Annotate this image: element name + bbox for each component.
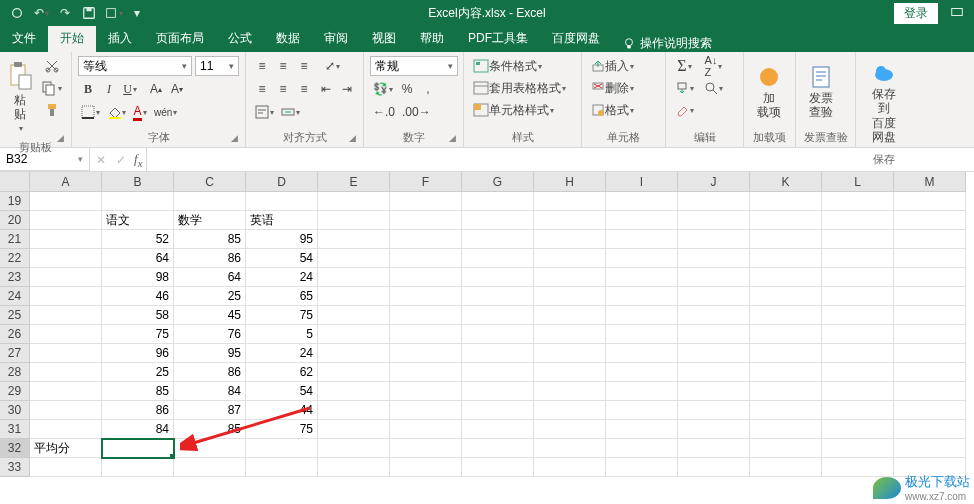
wrap-text-button[interactable]: ▾ <box>252 102 277 122</box>
cell-C27[interactable]: 95 <box>174 344 246 363</box>
italic-button[interactable]: I <box>99 79 119 99</box>
cell-M32[interactable] <box>894 439 966 458</box>
align-bottom-button[interactable]: ≡ <box>294 56 314 76</box>
decrease-indent-button[interactable]: ⇤ <box>316 79 336 99</box>
col-header-M[interactable]: M <box>894 172 966 192</box>
align-center-button[interactable]: ≡ <box>273 79 293 99</box>
row-header-28[interactable]: 28 <box>0 363 30 382</box>
cell-L30[interactable] <box>822 401 894 420</box>
cell-G30[interactable] <box>462 401 534 420</box>
cell-I33[interactable] <box>606 458 678 477</box>
cell-C26[interactable]: 76 <box>174 325 246 344</box>
phonetic-button[interactable]: wén▾ <box>151 102 180 122</box>
cell-L19[interactable] <box>822 192 894 211</box>
cell-J30[interactable] <box>678 401 750 420</box>
formula-input[interactable] <box>147 148 974 171</box>
cell-G32[interactable] <box>462 439 534 458</box>
cell-K21[interactable] <box>750 230 822 249</box>
cell-K25[interactable] <box>750 306 822 325</box>
cell-D31[interactable]: 75 <box>246 420 318 439</box>
cell-L24[interactable] <box>822 287 894 306</box>
cell-K23[interactable] <box>750 268 822 287</box>
cell-H21[interactable] <box>534 230 606 249</box>
cell-G27[interactable] <box>462 344 534 363</box>
row-header-29[interactable]: 29 <box>0 382 30 401</box>
cell-K19[interactable] <box>750 192 822 211</box>
cell-F22[interactable] <box>390 249 462 268</box>
cut-button[interactable] <box>38 56 65 76</box>
cell-K29[interactable] <box>750 382 822 401</box>
cell-D26[interactable]: 5 <box>246 325 318 344</box>
underline-button[interactable]: U▾ <box>120 79 140 99</box>
cell-C31[interactable]: 85 <box>174 420 246 439</box>
cell-B27[interactable]: 96 <box>102 344 174 363</box>
cell-E19[interactable] <box>318 192 390 211</box>
cell-B30[interactable]: 86 <box>102 401 174 420</box>
number-launcher[interactable]: ◢ <box>449 133 461 145</box>
cell-D22[interactable]: 54 <box>246 249 318 268</box>
cell-I27[interactable] <box>606 344 678 363</box>
cell-L31[interactable] <box>822 420 894 439</box>
cell-D23[interactable]: 24 <box>246 268 318 287</box>
tab-baidu[interactable]: 百度网盘 <box>540 25 612 52</box>
cell-L29[interactable] <box>822 382 894 401</box>
cell-K30[interactable] <box>750 401 822 420</box>
col-header-G[interactable]: G <box>462 172 534 192</box>
redo-button[interactable]: ↷ <box>54 2 76 24</box>
cell-C20[interactable]: 数学 <box>174 211 246 230</box>
cell-G21[interactable] <box>462 230 534 249</box>
cell-M23[interactable] <box>894 268 966 287</box>
tell-me-search[interactable]: 操作说明搜索 <box>612 35 722 52</box>
tab-help[interactable]: 帮助 <box>408 25 456 52</box>
cell-A30[interactable] <box>30 401 102 420</box>
tab-view[interactable]: 视图 <box>360 25 408 52</box>
cell-L27[interactable] <box>822 344 894 363</box>
col-header-K[interactable]: K <box>750 172 822 192</box>
cell-K27[interactable] <box>750 344 822 363</box>
cell-I21[interactable] <box>606 230 678 249</box>
cell-K26[interactable] <box>750 325 822 344</box>
cell-J26[interactable] <box>678 325 750 344</box>
cell-H23[interactable] <box>534 268 606 287</box>
cell-C24[interactable]: 25 <box>174 287 246 306</box>
cell-A23[interactable] <box>30 268 102 287</box>
cell-J33[interactable] <box>678 458 750 477</box>
tab-layout[interactable]: 页面布局 <box>144 25 216 52</box>
cell-D20[interactable]: 英语 <box>246 211 318 230</box>
decrease-font-button[interactable]: A▾ <box>167 79 187 99</box>
cell-D25[interactable]: 75 <box>246 306 318 325</box>
cell-L21[interactable] <box>822 230 894 249</box>
format-painter-button[interactable] <box>38 100 65 120</box>
row-header-27[interactable]: 27 <box>0 344 30 363</box>
cell-D30[interactable]: 44 <box>246 401 318 420</box>
cell-J24[interactable] <box>678 287 750 306</box>
cell-I19[interactable] <box>606 192 678 211</box>
cell-E29[interactable] <box>318 382 390 401</box>
cell-L28[interactable] <box>822 363 894 382</box>
cell-G23[interactable] <box>462 268 534 287</box>
cell-C19[interactable] <box>174 192 246 211</box>
sort-filter-button[interactable]: A↓Z▾ <box>701 56 726 76</box>
cell-G29[interactable] <box>462 382 534 401</box>
cell-L26[interactable] <box>822 325 894 344</box>
currency-button[interactable]: 💱▾ <box>370 79 396 99</box>
align-launcher[interactable]: ◢ <box>349 133 361 145</box>
cell-F23[interactable] <box>390 268 462 287</box>
bold-button[interactable]: B <box>78 79 98 99</box>
col-header-C[interactable]: C <box>174 172 246 192</box>
cell-G33[interactable] <box>462 458 534 477</box>
delete-cells-button[interactable]: 删除▾ <box>588 78 659 98</box>
save-button[interactable] <box>78 2 100 24</box>
col-header-B[interactable]: B <box>102 172 174 192</box>
cell-B19[interactable] <box>102 192 174 211</box>
cell-D21[interactable]: 95 <box>246 230 318 249</box>
cell-B25[interactable]: 58 <box>102 306 174 325</box>
align-top-button[interactable]: ≡ <box>252 56 272 76</box>
cell-A26[interactable] <box>30 325 102 344</box>
save-cloud-button[interactable]: 保存到 百度网盘 <box>862 56 906 150</box>
cell-G26[interactable] <box>462 325 534 344</box>
conditional-format-button[interactable]: 条件格式▾ <box>470 56 575 76</box>
cell-H32[interactable] <box>534 439 606 458</box>
row-header-31[interactable]: 31 <box>0 420 30 439</box>
cell-J25[interactable] <box>678 306 750 325</box>
